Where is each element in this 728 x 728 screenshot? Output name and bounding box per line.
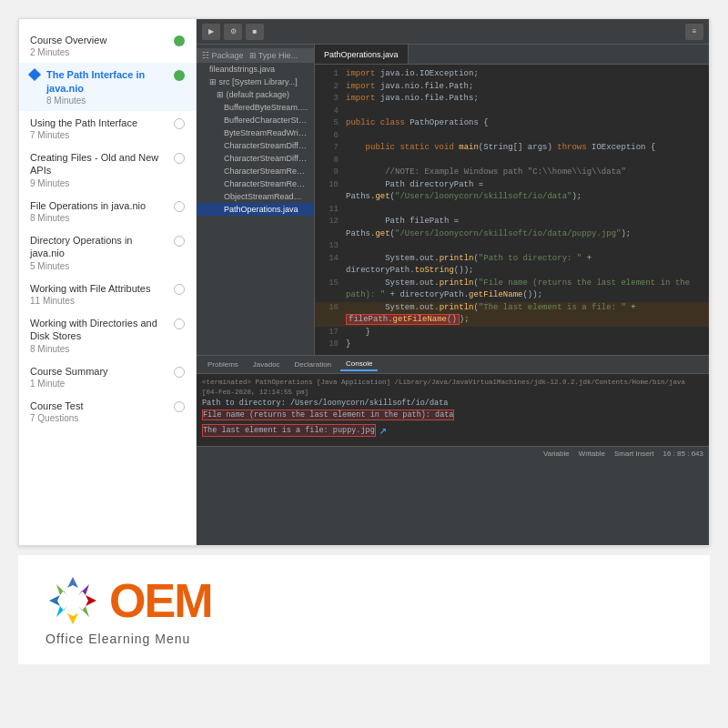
- status-indicator: [174, 118, 185, 129]
- ide-content: ▶ ⚙ ■ ≡ ☷ Package ⊞ Type Hie... fileands…: [197, 19, 709, 545]
- code-line: 3 import java.nio.file.Paths;: [315, 93, 709, 106]
- status-indicator: [174, 318, 185, 329]
- file-tree-item[interactable]: ByteStreamReadWrite.java: [197, 126, 314, 139]
- active-diamond-icon: [28, 68, 41, 81]
- console-tab-active[interactable]: Console: [340, 358, 378, 371]
- code-line: 9 //NOTE: Example Windows path "C:\\home…: [315, 167, 709, 179]
- complete-circle-icon: [174, 70, 185, 81]
- sidebar-duration: 8 Minutes: [46, 96, 168, 106]
- file-tree-item[interactable]: ⊞ src [System Library...]: [197, 76, 314, 88]
- file-tree-item[interactable]: fileandstrings.java: [197, 63, 314, 76]
- code-content: 1 import java.io.IOException; 2 import j…: [315, 65, 709, 355]
- sidebar-duration: 2 Minutes: [30, 47, 168, 57]
- console-arrow-icon: ↗: [379, 421, 387, 440]
- empty-circle-icon: [174, 318, 185, 329]
- empty-circle-icon: [174, 236, 185, 247]
- sidebar-label: Course Test: [30, 399, 168, 412]
- sidebar-item-course-overview[interactable]: Course Overview 2 Minutes: [19, 28, 196, 63]
- empty-circle-icon: [174, 118, 185, 129]
- status-indicator: [174, 153, 185, 164]
- empty-circle-icon: [174, 153, 185, 164]
- console-line-highlight: The last element is a file: puppy.jpg ↗: [202, 421, 703, 440]
- console-tab-bar: Problems Javadoc Declaration Console: [197, 356, 709, 374]
- code-line: 8: [315, 155, 709, 167]
- sidebar-item-file-attributes[interactable]: Working with File Attributes 11 Minutes: [19, 277, 196, 311]
- svg-marker-1: [78, 584, 89, 595]
- sidebar-label: Directory Operations in java.nio: [30, 234, 168, 260]
- javadoc-tab[interactable]: Javadoc: [248, 359, 286, 370]
- ide-main-area: ☷ Package ⊞ Type Hie... fileandstrings.j…: [197, 45, 709, 355]
- code-line: 14 System.out.println("Path to directory…: [315, 253, 709, 278]
- file-tree: ☷ Package ⊞ Type Hie... fileandstrings.j…: [197, 45, 315, 355]
- file-tree-item[interactable]: CharacterStreamRead.java: [197, 165, 314, 177]
- toolbar-run-btn[interactable]: ▶: [202, 24, 220, 40]
- status-indicator: [174, 35, 185, 46]
- status-position: 16 : 85 : 643: [663, 450, 703, 458]
- sidebar-item-using-path[interactable]: Using the Path Interface 7 Minutes: [19, 111, 196, 146]
- sidebar: Course Overview 2 Minutes The Path Inter…: [19, 19, 197, 545]
- svg-marker-3: [78, 606, 89, 617]
- svg-marker-7: [56, 584, 67, 595]
- file-tree-item[interactable]: CharacterStreamDifferentBom: [197, 139, 314, 152]
- code-line: 11: [315, 204, 709, 217]
- oem-subtitle: Office Elearning Menu: [46, 632, 190, 646]
- code-line: 13: [315, 240, 709, 253]
- sidebar-label: Course Overview: [30, 34, 168, 46]
- status-variable: Variable: [543, 450, 570, 458]
- code-line: 18 }: [315, 339, 709, 351]
- main-content: Course Overview 2 Minutes The Path Inter…: [18, 18, 710, 546]
- page-container: Course Overview 2 Minutes The Path Inter…: [0, 0, 728, 728]
- code-tab-bar: PathOperations.java: [315, 45, 709, 65]
- sidebar-duration: 8 Minutes: [30, 213, 168, 223]
- file-tree-item[interactable]: CharacterStreamDifferentBom2: [197, 152, 314, 165]
- code-line: 12 Path filePath = Paths.get("/Users/loo…: [315, 216, 709, 240]
- code-tab-active[interactable]: PathOperations.java: [315, 45, 409, 64]
- sidebar-duration: 1 Minute: [30, 379, 168, 389]
- status-indicator: [174, 401, 185, 412]
- sidebar-duration: 7 Minutes: [30, 130, 168, 140]
- empty-circle-icon: [174, 367, 185, 378]
- problems-tab[interactable]: Problems: [202, 359, 244, 370]
- package-tab[interactable]: ☷ Package: [202, 51, 244, 60]
- branding-area: OEM Office Elearning Menu: [18, 555, 710, 664]
- code-editor: PathOperations.java 1 import java.io.IOE…: [315, 45, 709, 355]
- toolbar-stop-btn[interactable]: ■: [246, 24, 264, 40]
- oem-brand-text: OEM: [109, 577, 211, 624]
- empty-circle-icon: [174, 201, 185, 212]
- code-line: 6: [315, 130, 709, 143]
- sidebar-item-directory-ops[interactable]: Directory Operations in java.nio 5 Minut…: [19, 228, 196, 277]
- sidebar-item-creating-files[interactable]: Creating Files - Old and New APIs 9 Minu…: [19, 146, 196, 194]
- status-writable: Writable: [579, 450, 605, 458]
- toolbar-menu-btn[interactable]: ≡: [685, 24, 703, 40]
- sidebar-item-file-ops[interactable]: File Operations in java.nio 8 Minutes: [19, 194, 196, 228]
- file-tree-item[interactable]: ObjectStreamReadWrite.java: [197, 190, 314, 203]
- empty-circle-icon: [174, 284, 185, 295]
- sidebar-item-course-test[interactable]: Course Test 7 Questions: [19, 394, 196, 429]
- console-line-highlight: File name (returns the last element in t…: [202, 410, 703, 421]
- file-tree-item[interactable]: BufferedCharacterStream.java: [197, 114, 314, 126]
- svg-marker-0: [67, 577, 78, 588]
- empty-circle-icon: [174, 401, 185, 412]
- sidebar-label: Working with Directories and Disk Stores: [30, 317, 168, 343]
- file-tree-item-active[interactable]: PathOperations.java: [197, 203, 314, 216]
- toolbar-debug-btn[interactable]: ⚙: [224, 24, 242, 40]
- sidebar-item-path-interface[interactable]: The Path Interface in java.nio 8 Minutes: [19, 63, 196, 111]
- status-indicator: [174, 236, 185, 247]
- status-indicator: [174, 284, 185, 295]
- code-line: 5 public class PathOperations {: [315, 117, 709, 130]
- file-tree-item[interactable]: ⊞ (default package): [197, 88, 314, 101]
- sidebar-label: Using the Path Interface: [30, 116, 168, 129]
- status-insert: Smart Insert: [614, 450, 654, 458]
- file-tree-item[interactable]: BufferedByteStream.java: [197, 101, 314, 114]
- ide-console: Problems Javadoc Declaration Console <te…: [197, 355, 709, 446]
- code-line: 15 System.out.println("File name (return…: [315, 278, 709, 302]
- sidebar-item-course-summary[interactable]: Course Summary 1 Minute: [19, 359, 196, 394]
- code-line: 10 Path directoryPath = Paths.get("/User…: [315, 179, 709, 204]
- declaration-tab[interactable]: Declaration: [289, 359, 337, 370]
- typehie-tab[interactable]: ⊞ Type Hie...: [249, 51, 298, 60]
- console-line: <terminated> PathOperations [Java Applic…: [202, 378, 703, 399]
- sidebar-duration: 11 Minutes: [30, 296, 168, 306]
- file-tree-header: ☷ Package ⊞ Type Hie...: [197, 48, 314, 63]
- file-tree-item[interactable]: CharacterStreamReadWrite.java: [197, 177, 314, 190]
- sidebar-item-working-directories[interactable]: Working with Directories and Disk Stores…: [19, 311, 196, 359]
